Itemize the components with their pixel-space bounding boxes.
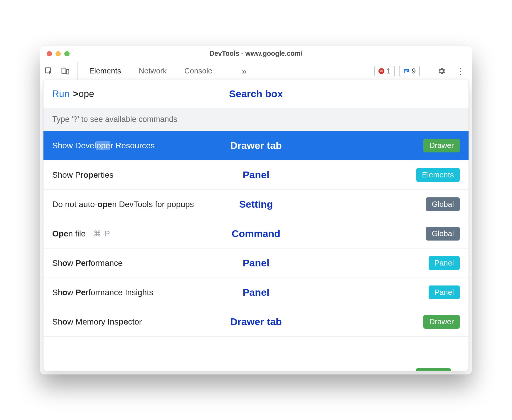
inspect-element-icon[interactable] — [44, 67, 53, 75]
svg-rect-4 — [405, 71, 407, 72]
command-result-label: Show Developer Resources — [52, 141, 155, 150]
command-type-annotation: Setting — [239, 199, 273, 210]
command-result[interactable]: Show PropertiesPanelElements — [43, 160, 469, 190]
tab-console[interactable]: Console — [184, 62, 212, 80]
command-result[interactable]: Do not auto-open DevTools for popupsSett… — [43, 190, 469, 219]
error-icon: ✕ — [378, 68, 384, 74]
titlebar: DevTools - www.google.com/ — [40, 46, 472, 62]
text-caret — [94, 89, 95, 99]
tab-elements[interactable]: Elements — [89, 62, 121, 80]
command-result[interactable]: Show Memory InspectorDrawer tabDrawer — [43, 307, 469, 337]
command-prefix: > — [73, 88, 79, 99]
command-shortcut: ⌘ P — [93, 229, 111, 238]
more-tabs-icon[interactable]: » — [242, 66, 247, 76]
command-result-tag: Drawer — [423, 139, 460, 152]
command-result-tag: Elements — [416, 168, 460, 182]
command-result-label: Show Performance — [52, 258, 123, 268]
devtools-window: DevTools - www.google.com/ Elements Netw… — [40, 46, 472, 374]
toolbar-left-group — [44, 62, 78, 80]
command-result-tag: Global — [426, 197, 460, 211]
command-result[interactable]: Show PerformancePanelPanel — [43, 248, 469, 278]
command-type-annotation: Drawer tab — [230, 316, 282, 327]
errors-count: 1 — [387, 67, 390, 75]
device-toggle-icon[interactable] — [61, 67, 70, 75]
run-label: Run — [52, 88, 70, 99]
command-result-label: Show Performance Insights — [52, 288, 153, 297]
more-menu-icon[interactable]: ⋮ — [453, 65, 468, 77]
command-result-label: Open file — [52, 229, 86, 238]
next-result-peek — [416, 368, 451, 371]
command-result-tag: Panel — [429, 285, 460, 299]
command-result-tag: Global — [426, 227, 460, 241]
command-type-annotation: Drawer tab — [230, 140, 282, 151]
errors-badge[interactable]: ✕ 1 — [374, 66, 395, 76]
zoom-window-button[interactable] — [64, 51, 70, 56]
command-result-label: Show Memory Inspector — [52, 317, 142, 327]
command-result-label: Show Properties — [52, 170, 114, 180]
command-result[interactable]: Open file⌘ PCommandGlobal — [43, 219, 469, 248]
command-hint-text: Type '?' to see available commands — [52, 115, 177, 124]
toolbar: Elements Network Console » ✕ 1 9 ⋮ — [40, 62, 472, 80]
toolbar-right-group: ✕ 1 9 ⋮ — [374, 65, 468, 77]
command-result[interactable]: Show Developer ResourcesDrawer tabDrawer — [43, 131, 469, 160]
command-type-annotation: Panel — [243, 169, 270, 181]
command-result-tag: Panel — [429, 256, 460, 270]
separator — [427, 65, 427, 77]
command-menu: Run > ope Search box Type '?' to see ava… — [43, 80, 469, 371]
devtools-tabs: Elements Network Console » — [89, 62, 247, 80]
minimize-window-button[interactable] — [55, 51, 61, 56]
command-hint: Type '?' to see available commands — [43, 108, 469, 131]
command-type-annotation: Panel — [243, 287, 270, 298]
svg-rect-1 — [62, 68, 66, 74]
command-result-label: Do not auto-open DevTools for popups — [52, 200, 194, 209]
tab-network[interactable]: Network — [139, 62, 166, 80]
settings-gear-icon[interactable] — [434, 65, 449, 77]
window-title: DevTools - www.google.com/ — [40, 50, 472, 58]
message-icon — [403, 68, 410, 74]
command-result-tag: Drawer — [423, 315, 460, 329]
command-search-row[interactable]: Run > ope Search box — [43, 80, 469, 108]
svg-rect-2 — [66, 70, 69, 74]
command-result[interactable]: Show Performance InsightsPanelPanel — [43, 278, 469, 307]
search-box-annotation: Search box — [229, 88, 283, 100]
messages-badge[interactable]: 9 — [399, 66, 420, 76]
close-window-button[interactable] — [47, 51, 52, 56]
command-type-annotation: Panel — [243, 257, 270, 269]
command-results-list: Show Developer ResourcesDrawer tabDrawer… — [43, 131, 469, 371]
messages-count: 9 — [412, 67, 416, 75]
command-type-annotation: Command — [232, 228, 280, 239]
command-query: ope — [78, 88, 94, 99]
window-controls — [47, 51, 70, 56]
svg-rect-3 — [405, 70, 408, 70]
